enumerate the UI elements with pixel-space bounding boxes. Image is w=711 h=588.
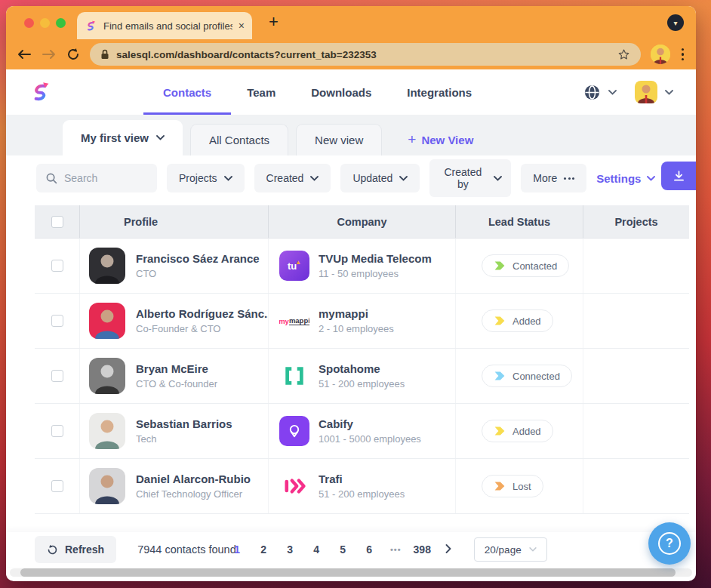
pagination-footer: Refresh 7944 contacts found 1 2 3 4 5 6 … — [6, 532, 696, 567]
page-size-select[interactable]: 20/page — [474, 537, 547, 562]
export-download-button[interactable] — [661, 162, 696, 190]
salesql-favicon-icon — [85, 20, 97, 32]
browser-titlebar: Find emails and social profiles × + ▾ — [6, 6, 696, 39]
lead-status-label: Added — [512, 316, 541, 327]
column-header-profile[interactable]: Profile — [80, 205, 269, 238]
table-row[interactable]: Bryan McEire CTO & Co-founder Spotahome … — [35, 349, 689, 404]
table-row[interactable]: Alberto Rodríguez Sánc... Co-Founder & C… — [35, 294, 689, 349]
created-by-filter-label: Created by — [439, 166, 487, 190]
chevron-down-icon — [399, 176, 408, 181]
contact-name: Daniel Alarcon-Rubio — [136, 473, 251, 485]
select-all-cell — [35, 205, 80, 238]
url-text: salesql.com/dashboard/contacts?current_t… — [116, 49, 611, 60]
page-button[interactable]: 4 — [305, 543, 328, 556]
view-tabs-bar: My first view All Contacts New view + Ne… — [6, 115, 696, 155]
contact-avatar — [89, 413, 125, 449]
lead-status-badge[interactable]: Contacted — [482, 254, 569, 277]
page-button[interactable]: 6 — [358, 543, 380, 556]
forward-icon[interactable] — [42, 48, 57, 60]
more-dots-icon — [564, 177, 574, 180]
row-checkbox[interactable] — [51, 370, 63, 382]
chevron-down-icon — [494, 176, 502, 181]
projects-filter-label: Projects — [179, 172, 217, 184]
column-header-company[interactable]: Company — [269, 205, 456, 238]
view-tab-new-view[interactable]: New view — [296, 124, 382, 155]
settings-button[interactable]: Settings — [596, 172, 655, 185]
minimize-window-button[interactable] — [40, 18, 50, 28]
contact-title: CTO & Co-founder — [136, 378, 217, 389]
tab-search-icon[interactable]: ▾ — [667, 14, 684, 31]
search-box[interactable] — [36, 164, 157, 192]
nav-downloads[interactable]: Downloads — [311, 69, 371, 115]
browser-tab[interactable]: Find emails and social profiles × — [77, 12, 252, 39]
reload-icon[interactable] — [66, 48, 80, 61]
user-avatar[interactable] — [635, 81, 657, 103]
tab-title: Find emails and social profiles — [103, 20, 232, 32]
row-checkbox[interactable] — [51, 480, 63, 492]
contacts-table: Profile Company Lead Status Projects Fra… — [6, 199, 696, 532]
column-header-projects[interactable]: Projects — [583, 205, 689, 238]
view-tab-label: My first view — [81, 131, 149, 144]
company-name: Trafi — [319, 473, 405, 485]
pagination-ellipsis[interactable]: ••• — [384, 545, 407, 554]
nav-integrations[interactable]: Integrations — [407, 69, 472, 115]
lead-status-badge[interactable]: Added — [482, 420, 553, 442]
lead-status-badge[interactable]: Added — [482, 309, 553, 332]
select-all-checkbox[interactable] — [51, 216, 63, 228]
projects-filter-button[interactable]: Projects — [167, 164, 245, 192]
plus-icon: + — [408, 131, 416, 148]
close-window-button[interactable] — [24, 18, 34, 28]
refresh-label: Refresh — [65, 543, 104, 556]
zoom-window-button[interactable] — [56, 18, 66, 28]
help-button[interactable]: ? — [648, 522, 691, 565]
last-page-button[interactable]: 398 — [411, 543, 433, 556]
new-view-button[interactable]: + New View — [408, 124, 473, 155]
contact-title: Tech — [136, 433, 232, 445]
lead-status-badge[interactable]: Lost — [482, 475, 543, 497]
chevron-down-icon — [647, 176, 655, 181]
company-logo-spotahome — [279, 361, 309, 391]
row-checkbox[interactable] — [51, 315, 63, 327]
new-view-label: New View — [421, 134, 473, 146]
table-row[interactable]: Francisco Sáez Arance CTO tu▲ TVUp Media… — [35, 239, 689, 294]
chevron-down-icon[interactable] — [608, 90, 617, 95]
view-tab-my-first-view[interactable]: My first view — [63, 120, 183, 155]
horizontal-scrollbar[interactable] — [10, 568, 692, 577]
address-bar[interactable]: salesql.com/dashboard/contacts?current_t… — [90, 43, 641, 66]
table-row[interactable]: Daniel Alarcon-Rubio Chief Technology Of… — [35, 459, 689, 514]
row-checkbox[interactable] — [51, 260, 63, 272]
bookmark-star-icon[interactable] — [617, 48, 630, 61]
chevron-down-icon[interactable] — [665, 90, 673, 95]
lock-icon — [100, 49, 109, 60]
settings-label: Settings — [596, 172, 641, 185]
more-filter-button[interactable]: More — [521, 164, 586, 192]
tab-close-icon[interactable]: × — [239, 20, 245, 32]
column-header-lead-status[interactable]: Lead Status — [456, 205, 583, 238]
language-globe-icon[interactable] — [583, 84, 601, 101]
row-checkbox[interactable] — [51, 425, 63, 437]
company-employees: 1001 - 5000 employees — [319, 433, 421, 445]
salesql-logo[interactable] — [29, 80, 53, 104]
search-input[interactable] — [64, 172, 147, 184]
table-row[interactable]: Sebastian Barrios Tech Cabify 1001 - 500… — [35, 404, 689, 459]
browser-menu-icon[interactable] — [680, 48, 686, 61]
lead-status-arrow-icon — [494, 315, 506, 327]
back-icon[interactable] — [17, 48, 32, 60]
new-tab-button[interactable]: + — [269, 12, 279, 32]
page-button[interactable]: 3 — [279, 543, 301, 556]
lead-status-label: Lost — [512, 481, 531, 492]
nav-contacts[interactable]: Contacts — [163, 69, 211, 115]
next-page-icon[interactable] — [437, 543, 460, 556]
created-by-filter-button[interactable]: Created by — [429, 159, 511, 197]
scrollbar-thumb[interactable] — [20, 568, 676, 577]
page-button[interactable]: 2 — [252, 543, 275, 556]
nav-team[interactable]: Team — [247, 69, 275, 115]
page-button[interactable]: 5 — [331, 543, 354, 556]
view-tab-all-contacts[interactable]: All Contacts — [190, 124, 288, 155]
refresh-button[interactable]: Refresh — [35, 536, 116, 563]
lead-status-badge[interactable]: Connected — [482, 365, 572, 387]
updated-filter-button[interactable]: Updated — [340, 164, 420, 192]
created-filter-button[interactable]: Created — [254, 164, 331, 192]
page-button[interactable]: 1 — [226, 543, 248, 556]
browser-profile-avatar[interactable] — [651, 45, 670, 64]
